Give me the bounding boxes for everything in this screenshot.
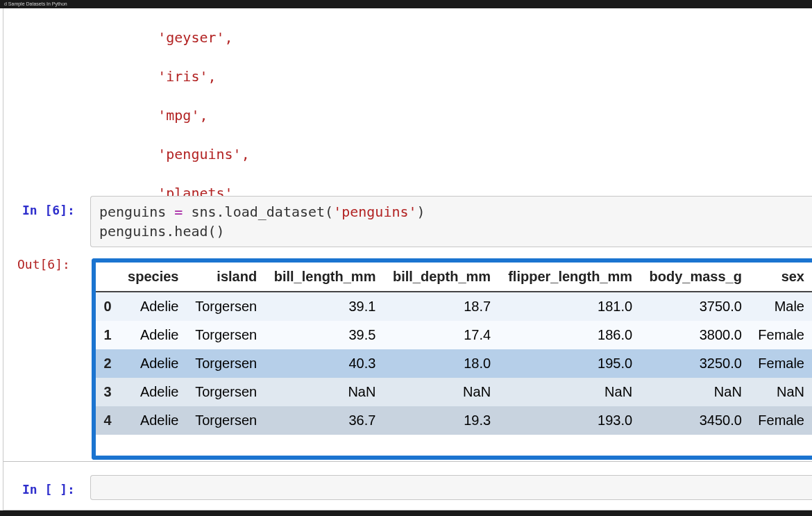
cell: 195.0 [498,349,640,378]
cell: Adelie [119,321,187,349]
cell: Torgersen [186,321,264,349]
cell: Torgersen [186,406,264,435]
output-prompt-6: Out[6]: [17,257,70,272]
code-token: sns.load_dataset( [191,203,333,220]
notebook-body: 'geyser', 'iris', 'mpg', 'penguins', 'pl… [0,8,812,510]
cell: NaN [750,378,812,406]
code-token: ) [417,203,425,220]
list-item: 'penguins', [158,146,249,163]
code-token: = [166,203,191,220]
table-header: species [119,263,187,292]
cell: 18.0 [383,349,498,378]
row-index: 4 [96,406,119,435]
cell: NaN [640,378,750,406]
cell: 186.0 [498,321,640,349]
cell: Torgersen [186,378,264,406]
input-prompt-empty: In [ ]: [22,482,75,497]
notebook-container: 'geyser', 'iris', 'mpg', 'penguins', 'pl… [3,8,812,510]
table-header-row: species island bill_length_mm bill_depth… [96,263,812,292]
row-index: 0 [96,292,119,321]
table-header [96,263,119,292]
cell: 3450.0 [640,406,750,435]
code-token: penguins [99,203,166,220]
cell: Adelie [119,378,187,406]
cell: 39.5 [264,321,383,349]
cell: 36.7 [264,406,383,435]
table-header: bill_length_mm [264,263,383,292]
table-row: 0 Adelie Torgersen 39.1 18.7 181.0 3750.… [96,292,812,321]
list-item: 'mpg', [158,107,208,124]
row-index: 3 [96,378,119,406]
cell: Adelie [119,349,187,378]
table-header: island [186,263,264,292]
cell: 39.1 [264,292,383,321]
table-header: bill_depth_mm [383,263,498,292]
table-header: body_mass_g [640,263,750,292]
row-index: 2 [96,349,119,378]
list-item: 'geyser', [158,29,232,46]
cell: Torgersen [186,292,264,321]
cell: 181.0 [498,292,640,321]
row-index: 1 [96,321,119,349]
code-token: penguins.head() [99,223,225,240]
table-header: sex [750,263,812,292]
code-token: 'penguins' [333,203,416,220]
cell: 3800.0 [640,321,750,349]
cell: Torgersen [186,349,264,378]
list-item: 'iris', [158,68,216,85]
cell: 19.3 [383,406,498,435]
cell-separator [3,461,812,462]
cell: 3750.0 [640,292,750,321]
table-header: flipper_length_mm [498,263,640,292]
table-row: 1 Adelie Torgersen 39.5 17.4 186.0 3800.… [96,321,812,349]
table-row: 3 Adelie Torgersen NaN NaN NaN NaN NaN [96,378,812,406]
cell: 40.3 [264,349,383,378]
cell: 193.0 [498,406,640,435]
dataframe-output: species island bill_length_mm bill_depth… [92,258,812,460]
input-prompt-6: In [6]: [22,203,75,217]
window-title: d Sample Datasets In Python [0,0,812,8]
cell: NaN [383,378,498,406]
dataframe-table: species island bill_length_mm bill_depth… [96,263,812,435]
code-cell-empty[interactable] [90,475,812,500]
table-row: 4 Adelie Torgersen 36.7 19.3 193.0 3450.… [96,406,812,435]
cell: NaN [264,378,383,406]
cell: Female [750,349,812,378]
cell: Adelie [119,406,187,435]
cell: 3250.0 [640,349,750,378]
cell: 17.4 [383,321,498,349]
code-cell-6[interactable]: penguins = sns.load_dataset('penguins') … [90,196,812,247]
cell: Male [750,292,812,321]
table-row: 2 Adelie Torgersen 40.3 18.0 195.0 3250.… [96,349,812,378]
cell: NaN [498,378,640,406]
cell: 18.7 [383,292,498,321]
cell: Female [750,321,812,349]
cell: Adelie [119,292,187,321]
cell: Female [750,406,812,435]
